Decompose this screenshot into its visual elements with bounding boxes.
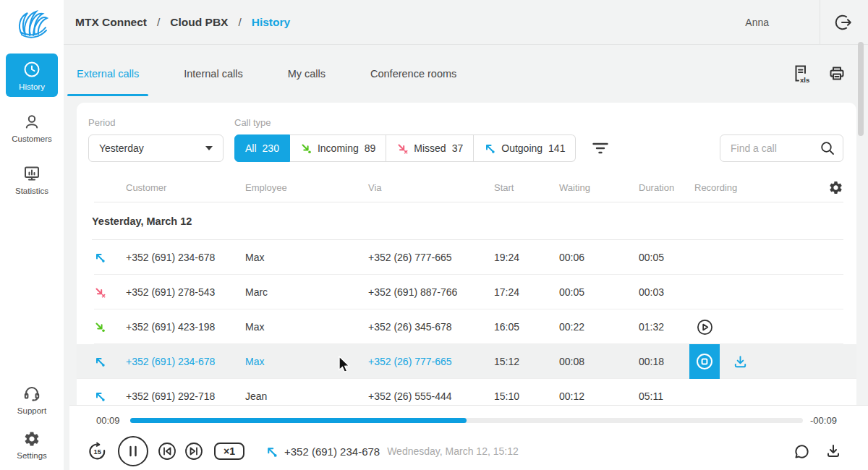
next-track-button[interactable] bbox=[183, 440, 205, 462]
cell-customer[interactable]: +352 (691) 423-198 bbox=[126, 321, 245, 333]
cell-employee[interactable]: Marc bbox=[245, 286, 368, 298]
headset-icon bbox=[22, 384, 41, 403]
player-progress-fill[interactable] bbox=[130, 418, 467, 423]
column-settings-gear-icon[interactable] bbox=[828, 180, 843, 195]
table-row[interactable]: +352 (691) 234-678 Max +352 (26) 777-665… bbox=[94, 240, 843, 275]
cell-customer[interactable]: +352 (691) 292-718 bbox=[126, 390, 245, 402]
cell-employee[interactable]: Max bbox=[245, 356, 368, 367]
topbar: MTX Connect / Cloud PBX / History Anna bbox=[64, 0, 868, 45]
breadcrumb-product[interactable]: Cloud PBX bbox=[170, 16, 228, 29]
cell-via: +352 (26) 555-444 bbox=[368, 390, 494, 402]
col-header-waiting[interactable]: Waiting bbox=[559, 182, 639, 193]
tab-label: Internal calls bbox=[184, 68, 242, 80]
cell-employee[interactable]: Jean bbox=[245, 390, 368, 402]
col-header-start[interactable]: Start bbox=[494, 182, 559, 193]
user-name[interactable]: Anna bbox=[745, 17, 769, 28]
cell-waiting: 00:12 bbox=[559, 390, 639, 402]
segment-label: Incoming bbox=[318, 142, 359, 154]
sidebar-item-customers[interactable]: Customers bbox=[6, 106, 58, 149]
call-direction-outgoing-icon bbox=[94, 252, 126, 263]
cell-customer[interactable]: +352 (691) 234-678 bbox=[126, 252, 245, 263]
sidebar-item-history[interactable]: History bbox=[6, 54, 58, 97]
person-icon bbox=[22, 112, 41, 131]
search-icon[interactable] bbox=[820, 140, 835, 156]
segment-count: 141 bbox=[548, 142, 565, 154]
pause-button[interactable] bbox=[117, 435, 149, 467]
player-progress-track[interactable] bbox=[130, 418, 803, 423]
segment-incoming[interactable]: Incoming 89 bbox=[290, 134, 386, 162]
stop-recording-button[interactable] bbox=[689, 344, 720, 379]
cell-duration: 00:18 bbox=[639, 356, 689, 367]
table-row[interactable]: +352 (691) 423-198 Max +352 (26) 345-678… bbox=[94, 309, 843, 344]
segment-outgoing[interactable]: Outgoing 141 bbox=[474, 134, 576, 162]
search-input[interactable] bbox=[731, 142, 820, 154]
table-row-selected[interactable]: +352 (691) 234-678 Max +352 (26) 777-665… bbox=[77, 344, 856, 379]
outgoing-arrow-icon bbox=[484, 142, 495, 154]
breadcrumb-account[interactable]: MTX Connect bbox=[75, 16, 147, 29]
logout-button[interactable] bbox=[820, 13, 868, 32]
cell-customer[interactable]: +352 (691) 278-543 bbox=[126, 286, 245, 298]
table-row[interactable]: +352 (691) 278-543 Marc +352 (691) 887-7… bbox=[94, 275, 843, 309]
segment-count: 89 bbox=[365, 142, 376, 154]
more-filters-button[interactable] bbox=[587, 134, 613, 162]
segment-missed[interactable]: Missed 37 bbox=[386, 134, 474, 162]
cell-recording bbox=[689, 344, 843, 379]
gear-icon bbox=[23, 430, 41, 448]
sidebar-item-statistics[interactable]: Statistics bbox=[6, 158, 58, 201]
tab-label: External calls bbox=[77, 68, 139, 80]
cell-start: 15:10 bbox=[494, 390, 559, 402]
sidebar-item-label: Statistics bbox=[15, 187, 48, 195]
col-header-customer[interactable]: Customer bbox=[126, 182, 245, 193]
period-dropdown[interactable]: Yesterday bbox=[88, 134, 224, 162]
breadcrumb-current-page: History bbox=[252, 16, 290, 29]
play-recording-button[interactable] bbox=[696, 318, 714, 336]
sidebar-item-label: History bbox=[19, 82, 45, 91]
cell-waiting: 00:05 bbox=[559, 286, 639, 298]
sidebar-item-support[interactable]: Support bbox=[6, 377, 58, 421]
download-call-button[interactable] bbox=[825, 443, 842, 460]
rewind-15-button[interactable]: 15 bbox=[87, 441, 108, 462]
export-xls-button[interactable]: xls bbox=[790, 63, 810, 85]
previous-track-button[interactable] bbox=[156, 440, 178, 462]
date-group-label: Yesterday, March 12 bbox=[92, 215, 192, 227]
call-direction-outgoing-icon bbox=[265, 445, 278, 458]
tab-external-calls[interactable]: External calls bbox=[67, 51, 148, 96]
cell-employee[interactable]: Max bbox=[245, 252, 368, 263]
tab-my-calls[interactable]: My calls bbox=[278, 51, 335, 96]
cell-customer[interactable]: +352 (691) 234-678 bbox=[126, 356, 245, 367]
tab-internal-calls[interactable]: Internal calls bbox=[174, 51, 252, 96]
missed-arrow-icon bbox=[396, 142, 408, 154]
tab-conference-rooms[interactable]: Conference rooms bbox=[361, 51, 466, 96]
col-header-via[interactable]: Via bbox=[368, 182, 494, 193]
svg-text:xls: xls bbox=[800, 75, 809, 83]
col-header-employee[interactable]: Employee bbox=[245, 182, 368, 193]
vertical-scrollbar[interactable] bbox=[858, 42, 864, 136]
comment-bubble-button[interactable] bbox=[793, 443, 811, 461]
sidebar-item-label: Settings bbox=[17, 451, 47, 460]
monitor-chart-icon bbox=[22, 164, 41, 183]
cell-waiting: 00:08 bbox=[559, 356, 639, 367]
cell-via: +352 (26) 345-678 bbox=[368, 321, 494, 333]
segment-label: Outgoing bbox=[501, 142, 542, 154]
call-direction-incoming-icon bbox=[94, 321, 126, 333]
calltype-segments: All 230 Incoming 89 bbox=[234, 134, 576, 162]
incoming-arrow-icon bbox=[300, 142, 312, 154]
user-area: Anna bbox=[745, 0, 868, 44]
player-remaining-time: -00:09 bbox=[810, 415, 837, 426]
cell-employee[interactable]: Max bbox=[245, 321, 368, 333]
cell-duration: 01:32 bbox=[639, 321, 689, 333]
sidebar-item-settings[interactable]: Settings bbox=[6, 424, 58, 466]
cell-waiting: 00:06 bbox=[559, 252, 639, 263]
print-button[interactable] bbox=[827, 64, 846, 83]
segment-all[interactable]: All 230 bbox=[234, 134, 290, 162]
app-logo bbox=[10, 6, 54, 45]
playback-speed-button[interactable]: ×1 bbox=[214, 443, 244, 460]
player-call-number: +352 (691) 234-678 bbox=[284, 445, 380, 458]
download-recording-icon[interactable] bbox=[732, 354, 749, 370]
col-header-duration[interactable]: Duration bbox=[639, 182, 689, 193]
cell-via: +352 (26) 777-665 bbox=[368, 252, 494, 263]
search-box bbox=[720, 134, 843, 162]
cell-duration: 00:05 bbox=[639, 252, 689, 263]
cell-via: +352 (26) 777-665 bbox=[368, 356, 494, 367]
cell-duration: 00:03 bbox=[639, 286, 689, 298]
